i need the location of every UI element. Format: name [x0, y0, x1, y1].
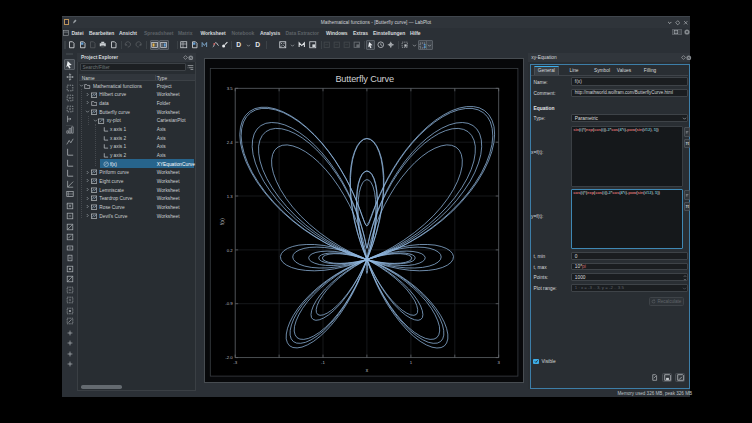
svg-text:Butterfly Curve: Butterfly Curve — [335, 74, 394, 84]
svg-text:2.4: 2.4 — [226, 139, 233, 144]
svg-text:D: D — [255, 42, 260, 49]
svg-text:f(x): f(x) — [220, 217, 225, 224]
svg-text:0.2: 0.2 — [226, 247, 233, 252]
svg-text:-1: -1 — [321, 359, 325, 364]
svg-text:D: D — [236, 42, 241, 49]
svg-text:-3: -3 — [233, 359, 237, 364]
svg-text:-0.9: -0.9 — [225, 301, 233, 306]
svg-text:3.5: 3.5 — [226, 85, 233, 90]
svg-text:-2.0: -2.0 — [225, 355, 233, 360]
svg-text:1: 1 — [424, 44, 426, 49]
svg-text:1.3: 1.3 — [226, 193, 233, 198]
